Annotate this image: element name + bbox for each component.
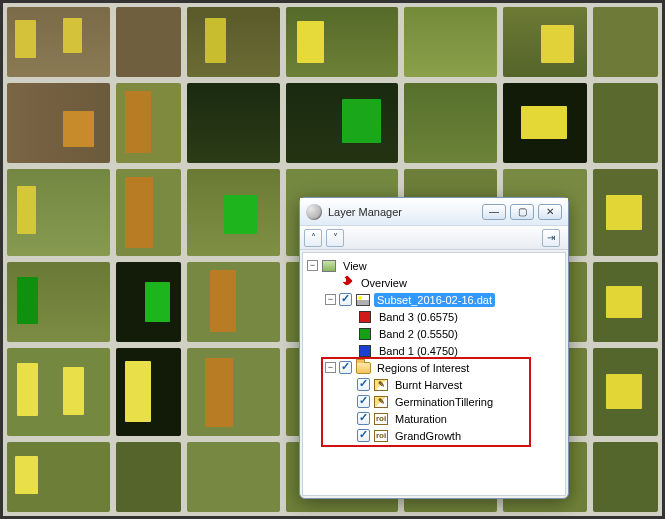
minimize-button[interactable]: — (482, 204, 506, 220)
roi-poly-icon: ✎ (373, 378, 389, 392)
tree-node-overview[interactable]: Overview (325, 274, 563, 291)
tree-node-view[interactable]: − View (307, 257, 563, 274)
tree-node-band[interactable]: Band 2 (0.5550) (343, 325, 563, 342)
tree-node-dataset[interactable]: − Subset_2016-02-16.dat (325, 291, 563, 308)
tree-node-roi-item[interactable]: roi GrandGrowth (343, 427, 563, 444)
image-icon (355, 293, 371, 307)
tree-label: Regions of Interest (374, 361, 472, 375)
toolbar: ˄ ˅ ⇥ (300, 226, 568, 250)
collapse-icon[interactable]: − (307, 260, 318, 271)
roi-icon: roi (373, 429, 389, 443)
collapse-icon[interactable]: − (325, 294, 336, 305)
tree-node-band[interactable]: Band 1 (0.4750) (343, 342, 563, 359)
band-swatch-icon (357, 344, 373, 358)
move-down-button[interactable]: ˅ (326, 229, 344, 247)
tree-label: Band 3 (0.6575) (376, 310, 461, 324)
tree-node-roi-item[interactable]: roi Maturation (343, 410, 563, 427)
tree-label: Subset_2016-02-16.dat (374, 293, 495, 307)
move-up-button[interactable]: ˄ (304, 229, 322, 247)
tree-node-roi-item[interactable]: ✎ Burnt Harvest (343, 376, 563, 393)
visibility-checkbox[interactable] (357, 429, 370, 442)
folder-icon (355, 361, 371, 375)
roi-poly-icon: ✎ (373, 395, 389, 409)
tree-node-band[interactable]: Band 3 (0.6575) (343, 308, 563, 325)
tree-label: View (340, 259, 370, 273)
visibility-checkbox[interactable] (357, 395, 370, 408)
titlebar[interactable]: Layer Manager — ▢ ✕ (300, 198, 568, 226)
band-swatch-icon (357, 310, 373, 324)
visibility-checkbox[interactable] (357, 378, 370, 391)
close-button[interactable]: ✕ (538, 204, 562, 220)
app-icon (306, 204, 322, 220)
tree-label: Burnt Harvest (392, 378, 465, 392)
window-title: Layer Manager (328, 206, 478, 218)
pin-button[interactable]: ⇥ (542, 229, 560, 247)
tree-panel[interactable]: − View Overview (302, 252, 566, 496)
visibility-checkbox[interactable] (339, 361, 352, 374)
tree-node-roi-item[interactable]: ✎ GerminationTillering (343, 393, 563, 410)
view-icon (321, 259, 337, 273)
visibility-checkbox[interactable] (357, 412, 370, 425)
layer-manager-window[interactable]: Layer Manager — ▢ ✕ ˄ ˅ ⇥ − View (299, 197, 569, 499)
roi-icon: roi (373, 412, 389, 426)
tree-label: GrandGrowth (392, 429, 464, 443)
tree-node-roi-folder[interactable]: − Regions of Interest (325, 359, 563, 376)
maximize-button[interactable]: ▢ (510, 204, 534, 220)
overview-icon (339, 276, 355, 290)
tree-label: Maturation (392, 412, 450, 426)
tree-label: Band 1 (0.4750) (376, 344, 461, 358)
tree-label: Band 2 (0.5550) (376, 327, 461, 341)
tree-label: GerminationTillering (392, 395, 496, 409)
band-swatch-icon (357, 327, 373, 341)
collapse-icon[interactable]: − (325, 362, 336, 373)
visibility-checkbox[interactable] (339, 293, 352, 306)
tree-label: Overview (358, 276, 410, 290)
